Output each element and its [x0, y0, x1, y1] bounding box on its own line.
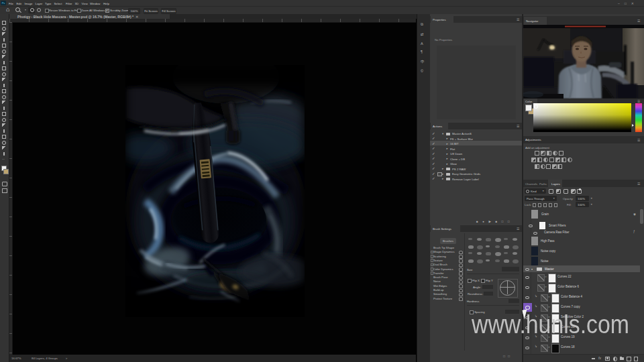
svg-text:www.hunls.com: www.hunls.com	[471, 310, 629, 339]
